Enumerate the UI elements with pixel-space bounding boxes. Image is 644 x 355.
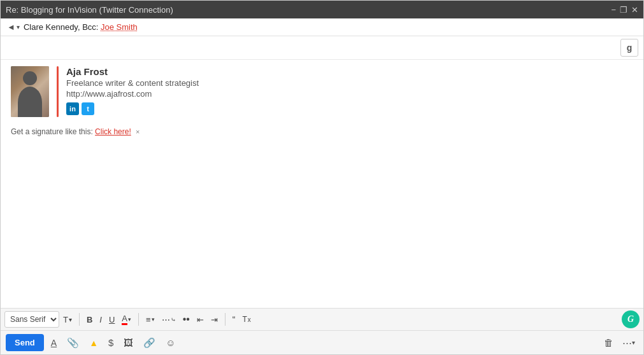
signature-job-title: Freelance writer & content strategist <box>66 78 199 88</box>
numbered-list-icon: ⋯ <box>162 315 170 324</box>
signature-social-icons: in t <box>66 102 199 115</box>
font-size-button[interactable]: T ▾ <box>60 311 75 328</box>
block-group: “ Tx <box>229 311 254 328</box>
delete-draft-button[interactable]: 🗑 <box>601 335 617 350</box>
indent-more-button[interactable]: ⇥ <box>208 311 221 328</box>
signature-block: Aja Frost Freelance writer & content str… <box>11 66 633 117</box>
window-title: Re: Blogging for InVision (Twitter Conne… <box>6 5 173 15</box>
indent-less-button[interactable]: ⇤ <box>194 311 207 328</box>
sep-3 <box>225 313 225 326</box>
insert-link-button[interactable]: 🔗 <box>140 335 159 351</box>
restore-button[interactable]: ❐ <box>620 6 627 14</box>
text-style-group: B I U A ▾ <box>83 311 134 328</box>
font-size-dropdown-icon: ▾ <box>69 316 72 323</box>
to-bar: ◄ ▾ Clare Kennedy, Bcc: Joe Smith <box>1 18 643 36</box>
text-color-button[interactable]: A ▾ <box>118 311 134 328</box>
avatar-image <box>11 66 49 117</box>
align-button[interactable]: ≡ ▾ <box>143 311 158 328</box>
link-icon: 🔗 <box>143 337 155 349</box>
align-group: ≡ ▾ ⋯ ⤷ •• ⇤ ⇥ <box>143 311 221 328</box>
more-options-button[interactable]: ⋯ ▾ <box>619 335 638 351</box>
font-format-button[interactable]: A <box>48 336 60 350</box>
twitter-icon[interactable]: t <box>82 102 94 115</box>
paperclip-icon: 📎 <box>67 337 79 349</box>
title-bar: Re: Blogging for InVision (Twitter Conne… <box>1 1 643 18</box>
signature-info: Aja Frost Freelance writer & content str… <box>66 66 199 117</box>
promo-link[interactable]: Click here! <box>95 127 131 136</box>
linkedin-icon[interactable]: in <box>66 102 79 115</box>
grammarly-button[interactable]: g <box>620 39 638 57</box>
avatar <box>11 66 49 117</box>
promo-close-button[interactable]: × <box>136 128 140 136</box>
font-format-icon: A <box>51 338 57 348</box>
sep-1 <box>79 313 80 326</box>
bullet-list-button[interactable]: •• <box>180 311 193 328</box>
emoji-icon: ☺ <box>166 337 175 348</box>
blockquote-button[interactable]: “ <box>229 311 239 328</box>
signature-promo: Get a signature like this: Click here! × <box>11 127 633 136</box>
insert-emoji-button[interactable]: ☺ <box>162 335 178 350</box>
numbered-list-button[interactable]: ⋯ ⤷ <box>159 311 179 328</box>
signature-divider <box>57 66 59 117</box>
italic-button[interactable]: I <box>96 311 105 328</box>
bold-button[interactable]: B <box>83 311 96 328</box>
align-dropdown-icon: ▾ <box>152 316 155 323</box>
text-color-dropdown-icon: ▾ <box>128 316 131 323</box>
google-drive-button[interactable]: ▲ <box>86 336 101 350</box>
action-bar-right: 🗑 ⋯ ▾ <box>601 335 638 351</box>
reply-arrow[interactable]: ◄ ▾ <box>7 22 20 32</box>
grammarly-bar: g <box>1 36 643 60</box>
dollar-icon: $ <box>108 337 113 348</box>
reply-icon: ◄ <box>7 22 15 32</box>
action-bar: Send A 📎 ▲ $ 🖼 🔗 ☺ 🗑 ⋯ ▾ <box>1 330 643 354</box>
formatting-toolbar: Sans Serif T ▾ B I U A ▾ ≡ ▾ ⋯ ⤷ <box>1 308 643 330</box>
font-group: Sans Serif T ▾ <box>4 311 75 328</box>
compose-window: Re: Blogging for InVision (Twitter Conne… <box>0 0 644 355</box>
send-button[interactable]: Send <box>6 334 44 351</box>
close-button[interactable]: ✕ <box>631 6 638 14</box>
email-body[interactable]: Aja Frost Freelance writer & content str… <box>1 60 643 308</box>
minimize-button[interactable]: − <box>611 6 616 14</box>
insert-money-button[interactable]: $ <box>105 335 117 350</box>
font-family-select[interactable]: Sans Serif <box>4 311 59 328</box>
drive-icon: ▲ <box>89 338 98 348</box>
recipient-name[interactable]: Joe Smith <box>101 22 138 32</box>
promo-prefix: Get a signature like this: <box>11 127 93 136</box>
insert-photo-button[interactable]: 🖼 <box>120 335 136 350</box>
remove-format-button[interactable]: Tx <box>240 311 254 328</box>
window-controls: − ❐ ✕ <box>611 6 638 14</box>
reply-dropdown-icon: ▾ <box>17 24 20 31</box>
align-icon: ≡ <box>146 315 151 324</box>
attach-file-button[interactable]: 📎 <box>64 335 82 351</box>
recipient-prefix: Clare Kennedy, Bcc: <box>24 22 99 32</box>
grammarly-toolbar-button[interactable]: G <box>622 310 640 328</box>
font-size-t-icon: T <box>63 315 68 324</box>
signature-url[interactable]: http://www.ajafrost.com <box>66 89 199 99</box>
signature-name: Aja Frost <box>66 66 199 77</box>
to-label: Clare Kennedy, Bcc: Joe Smith <box>24 22 138 32</box>
grammarly-g-icon: G <box>627 314 634 324</box>
sep-2 <box>138 313 139 326</box>
trash-icon: 🗑 <box>604 337 613 348</box>
more-options-arrow: ▾ <box>632 339 635 346</box>
text-color-a-icon: A <box>122 314 127 325</box>
more-options-icon: ⋯ <box>622 337 632 349</box>
numbered-list-icon2: ⤷ <box>171 316 176 323</box>
photo-icon: 🖼 <box>124 337 133 348</box>
underline-button[interactable]: U <box>106 311 118 328</box>
